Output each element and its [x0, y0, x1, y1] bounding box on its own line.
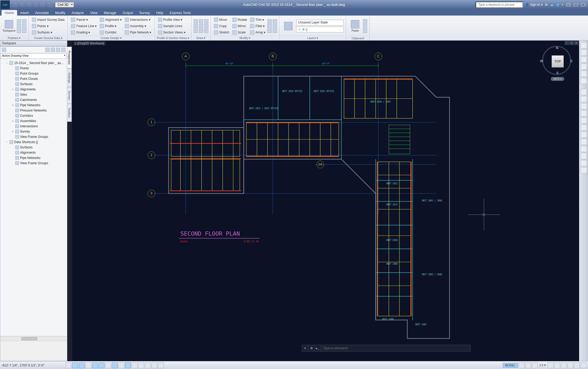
nav-tool-icon[interactable]	[581, 167, 587, 173]
circle-icon[interactable]	[194, 29, 198, 33]
coordinate-display[interactable]: -612'-7 1/4", 1703'-5 1/2", 0'-0"	[2, 363, 65, 367]
ts-tool-icon[interactable]	[56, 48, 60, 52]
rect-icon[interactable]	[199, 24, 203, 28]
toolbar-lock-icon[interactable]	[561, 362, 567, 368]
side-tab-prospector[interactable]: Prospector	[67, 47, 72, 69]
sample-lines-button[interactable]: Sample Lines	[157, 23, 187, 29]
osnap-toggle[interactable]	[99, 362, 104, 368]
hardware-accel-icon[interactable]	[567, 362, 573, 368]
infer-constraints-toggle[interactable]	[66, 362, 71, 368]
help-icon[interactable]: ?	[556, 3, 560, 7]
qat-print-icon[interactable]	[47, 2, 52, 8]
tab-annotate[interactable]: Annotate	[32, 10, 52, 16]
grid-toggle[interactable]	[79, 362, 85, 368]
zoom-icon[interactable]	[581, 64, 587, 70]
viewport-minimize-icon[interactable]: ─	[565, 41, 569, 45]
ortho-toggle[interactable]	[85, 362, 91, 368]
ellipse-icon[interactable]	[199, 29, 203, 33]
palette-icon[interactable]	[17, 19, 21, 23]
tree-item[interactable]: Catchments	[2, 97, 67, 103]
pan-icon[interactable]	[581, 56, 587, 63]
scroll-thumb[interactable]	[21, 337, 37, 340]
workspace-switching-icon[interactable]	[554, 362, 560, 368]
ts-tool-icon[interactable]	[61, 48, 65, 52]
help-search-input[interactable]	[476, 2, 523, 8]
sign-in-button[interactable]: 👤Sign In▾	[525, 3, 543, 7]
am-toggle[interactable]	[158, 362, 164, 368]
tree-item[interactable]: Point Clouds	[2, 76, 67, 81]
panel-label[interactable]: Layers ▾	[281, 36, 344, 40]
sync-icon[interactable]: ☁	[550, 3, 553, 7]
tree-item[interactable]: Intersections	[2, 124, 67, 129]
qat-new-icon[interactable]	[12, 2, 18, 8]
quickview-layouts-icon[interactable]	[519, 362, 524, 368]
tree-item[interactable]: Corridors	[2, 113, 67, 118]
tree-item[interactable]: +Pipe Networks	[2, 103, 67, 108]
assembly-button[interactable]: Assembly ▾	[124, 23, 152, 29]
ts-tool-icon[interactable]	[45, 48, 50, 52]
toolspace-button[interactable]: Toolspace	[2, 16, 16, 36]
copy-clip-icon[interactable]	[363, 24, 367, 28]
tree-item[interactable]: Pipe Networks	[2, 155, 67, 161]
maximize-button[interactable]: ▢	[573, 2, 579, 7]
viewcube-face[interactable]: TOP	[552, 55, 564, 67]
snap-toggle[interactable]	[72, 362, 78, 368]
qat-redo-icon[interactable]	[40, 2, 46, 8]
qat-save-icon[interactable]	[26, 2, 32, 8]
steering-wheel-icon[interactable]	[581, 49, 587, 56]
panel-label[interactable]: Create Design ▾	[70, 36, 152, 40]
cut-icon[interactable]	[363, 19, 367, 23]
tpy-toggle[interactable]	[138, 362, 144, 368]
tree-item[interactable]: +Assemblies	[2, 118, 67, 124]
quickview-drawings-icon[interactable]	[525, 362, 531, 368]
polar-toggle[interactable]	[92, 362, 98, 368]
move-button[interactable]: Move	[213, 17, 230, 23]
tab-insert[interactable]: Insert	[17, 10, 32, 16]
clean-screen-icon[interactable]	[581, 362, 586, 368]
nav-tool-icon[interactable]	[581, 89, 587, 95]
arc-icon[interactable]	[199, 19, 203, 23]
orbit-icon[interactable]	[581, 71, 587, 77]
parcel-button[interactable]: Parcel ▾	[70, 17, 98, 23]
annotation-scale-value[interactable]: 1:1 ▾	[538, 363, 547, 367]
toolspace-title[interactable]: Toolspace	[0, 41, 67, 46]
exchange-icon[interactable]: ✕	[545, 3, 548, 7]
profile-button[interactable]: Profile ▾	[99, 23, 123, 29]
tab-modify[interactable]: Modify	[52, 10, 68, 16]
tree-item[interactable]: Surfaces	[2, 81, 67, 87]
tab-survey[interactable]: Survey	[136, 10, 153, 16]
refresh-icon[interactable]	[2, 48, 6, 52]
cmdline-close-icon[interactable]: ✕	[302, 345, 308, 351]
workspace-dropdown[interactable]: Civil 3D	[55, 2, 74, 7]
grading-button[interactable]: Grading ▾	[70, 30, 98, 35]
nav-tool-icon[interactable]	[581, 124, 587, 131]
offset-icon[interactable]	[267, 29, 272, 33]
qat-undo-icon[interactable]	[33, 2, 39, 8]
profile-view-button[interactable]: Profile View ▾	[157, 17, 187, 23]
panel-label[interactable]: Draw ▾	[194, 36, 208, 40]
wcs-dropdown[interactable]: WCS ▾	[551, 77, 564, 81]
nav-tool-icon[interactable]	[581, 96, 587, 102]
side-tab-survey[interactable]: Survey	[67, 87, 72, 104]
tree-item[interactable]: View Frame Groups	[2, 134, 67, 139]
nav-home-icon[interactable]	[581, 42, 587, 48]
side-tab-toolbox[interactable]: Toolbox	[67, 104, 72, 122]
feature-line-button[interactable]: Feature Line ▾	[70, 23, 98, 29]
explode-icon[interactable]	[267, 24, 272, 28]
ts-tool-icon[interactable]	[51, 48, 55, 52]
dyn-toggle[interactable]	[125, 362, 131, 368]
prospector-tree[interactable]: −15-1514 _ Second floor plan _ as...Poin…	[0, 59, 67, 336]
panel-label[interactable]: Palettes ▾	[2, 36, 26, 40]
model-space-tab[interactable]: MODEL	[503, 363, 518, 368]
surfaces-button[interactable]: Surfaces ▾	[31, 30, 65, 35]
showmotion-icon[interactable]	[581, 78, 587, 84]
viewport-maximize-icon[interactable]: ▢	[570, 41, 574, 45]
minimize-button[interactable]: ─	[565, 2, 572, 7]
match-icon[interactable]	[363, 29, 367, 33]
pipe-network-button[interactable]: Pipe Network ▾	[124, 30, 152, 35]
layer-state-dropdown[interactable]: Unsaved Layer State	[296, 20, 344, 26]
layer-properties-button[interactable]	[281, 16, 295, 36]
layer-dropdown[interactable]: ☀❄▯	[296, 27, 344, 32]
nav-tool-icon[interactable]	[581, 160, 587, 166]
annotation-visibility-icon[interactable]	[548, 362, 553, 368]
